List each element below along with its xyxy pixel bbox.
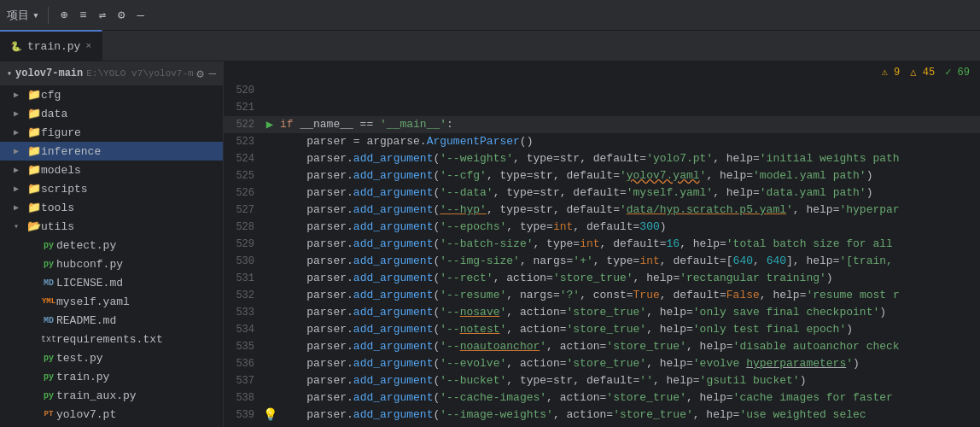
line-number: 533 <box>224 304 261 321</box>
chevron-down-icon: ▾ <box>7 68 12 79</box>
code-area[interactable]: 520 521 522 ▶ if __name__ == '__main__':… <box>224 82 980 427</box>
line-number: 526 <box>224 184 261 202</box>
sidebar-item-test-py[interactable]: py test.py <box>0 348 223 367</box>
sidebar-item-readme-md[interactable]: MD README.md <box>0 311 223 330</box>
sidebar-item-license-md[interactable]: MD LICENSE.md <box>0 273 223 292</box>
code-line-530: 530 parser.add_argument('--img-size', na… <box>224 253 980 270</box>
gear-icon[interactable]: ⚙ <box>196 67 203 81</box>
sidebar-item-data[interactable]: ▶ 📁 data <box>0 104 223 123</box>
sidebar-item-label: cfg <box>41 89 223 102</box>
yaml-file-icon: YML <box>41 297 56 306</box>
arrow-icon: ▶ <box>14 127 27 137</box>
sync-icon[interactable]: ⇌ <box>96 6 109 24</box>
sidebar-item-label: utils <box>41 220 223 233</box>
sidebar-item-tools[interactable]: ▶ 📁 tools <box>0 198 223 217</box>
sidebar-item-yolov7-yaml[interactable]: YML yolov7.yaml <box>0 424 223 427</box>
pt-file-icon: PT <box>41 410 56 418</box>
ok-status: ✓ 69 <box>945 66 970 79</box>
line-gutter <box>261 355 278 372</box>
line-number: 530 <box>224 253 261 270</box>
line-number: 538 <box>224 389 261 407</box>
sidebar-header-icons: ⚙ — <box>196 67 216 81</box>
warn-gutter: 💡 <box>261 407 278 424</box>
sidebar-item-label: detect.py <box>56 239 223 252</box>
sidebar-item-myself-yaml[interactable]: YML myself.yaml <box>0 292 223 311</box>
minimize-icon[interactable]: — <box>134 7 148 24</box>
line-number: 535 <box>224 338 261 355</box>
sidebar-item-utils[interactable]: ▾ 📂 utils <box>0 217 223 236</box>
line-content: parser.add_argument('--data', type=str, … <box>278 184 980 202</box>
sidebar-item-label: data <box>41 108 223 120</box>
line-number: 524 <box>224 150 261 167</box>
py-file-icon: py <box>41 241 56 250</box>
minus-icon[interactable]: — <box>209 67 216 80</box>
sidebar-item-scripts[interactable]: ▶ 📁 scripts <box>0 179 223 198</box>
line-gutter <box>261 150 278 167</box>
line-content: if __name__ == '__main__': <box>278 116 980 133</box>
sidebar-item-cfg[interactable]: ▶ 📁 cfg <box>0 85 223 104</box>
sidebar-item-label: figure <box>41 126 223 139</box>
line-number: 537 <box>224 372 261 389</box>
tab-close-button[interactable]: × <box>85 41 91 51</box>
sidebar-item-label: myself.yaml <box>56 295 223 308</box>
line-gutter <box>261 270 278 287</box>
sidebar-item-figure[interactable]: ▶ 📁 figure <box>0 123 223 142</box>
alert-status: △ 45 <box>910 66 935 79</box>
line-gutter <box>261 304 278 321</box>
sidebar-item-train-py[interactable]: py train.py <box>0 367 223 386</box>
line-gutter <box>261 133 278 150</box>
sidebar-item-inference[interactable]: ▶ 📁 inference <box>0 142 223 161</box>
folder-open-icon: 📂 <box>27 219 41 233</box>
code-line-533: 533 parser.add_argument('--nosave', acti… <box>224 304 980 321</box>
sidebar-item-models[interactable]: ▶ 📁 models <box>0 161 223 179</box>
code-line-520: 520 <box>224 82 980 99</box>
code-line-521: 521 <box>224 99 980 116</box>
code-line-531: 531 parser.add_argument('--rect', action… <box>224 270 980 287</box>
add-icon[interactable]: ⊕ <box>57 6 71 24</box>
line-number: 523 <box>224 133 261 150</box>
code-line-529: 529 parser.add_argument('--batch-size', … <box>224 236 980 253</box>
line-number: 520 <box>224 82 261 99</box>
arrow-icon: ▶ <box>14 90 27 100</box>
py-file-icon: py <box>41 260 56 269</box>
list-icon[interactable]: ≡ <box>76 7 90 24</box>
line-content: parser.add_argument('--notest', action='… <box>278 321 980 338</box>
line-gutter <box>261 99 278 116</box>
sidebar-item-label: requirements.txt <box>56 333 223 346</box>
sidebar-header: ▾ yolov7-main E:\YOLO v7\yolov7-m ⚙ — <box>0 61 223 85</box>
sidebar-item-label: README.md <box>56 314 223 327</box>
line-content: parser.add_argument('--cfg', type=str, d… <box>278 167 980 184</box>
arrow-icon: ▶ <box>14 146 27 156</box>
line-gutter <box>261 202 278 219</box>
project-menu[interactable]: 项目 ▾ <box>7 8 39 23</box>
tab-bar: 🐍 train.py × <box>0 31 980 61</box>
warning-dot-icon: 💡 <box>263 407 277 424</box>
code-line-527: 527 parser.add_argument('--hyp', type=st… <box>224 202 980 219</box>
line-content: parser.add_argument('--image-weights', a… <box>278 407 980 424</box>
sidebar-item-label: train.py <box>56 371 223 383</box>
line-gutter <box>261 184 278 202</box>
sidebar-item-hubconf-py[interactable]: py hubconf.py <box>0 254 223 273</box>
line-content: parser.add_argument('--cache-images', ac… <box>278 389 980 407</box>
tab-train-py[interactable]: 🐍 train.py × <box>0 30 102 61</box>
editor-status-bar: ⚠ 9 △ 45 ✓ 69 <box>224 61 980 82</box>
sidebar-root-path: E:\YOLO v7\yolov7-m <box>86 68 193 79</box>
code-line-523: 523 parser = argparse.ArgumentParser() <box>224 133 980 150</box>
sidebar-item-label: test.py <box>56 352 223 365</box>
sidebar-item-label: yolov7.pt <box>56 408 223 421</box>
md-file-icon: MD <box>41 278 56 288</box>
sidebar-item-label: LICENSE.md <box>56 277 223 290</box>
check-count: 69 <box>958 67 970 79</box>
settings-icon[interactable]: ⚙ <box>114 6 128 24</box>
line-gutter <box>261 372 278 389</box>
sidebar-item-train-aux-py[interactable]: py train_aux.py <box>0 386 223 405</box>
sidebar-item-detect-py[interactable]: py detect.py <box>0 236 223 254</box>
line-content: parser.add_argument('--nosave', action='… <box>278 304 980 321</box>
line-number: 528 <box>224 219 261 236</box>
sidebar-item-requirements-txt[interactable]: txt requirements.txt <box>0 330 223 348</box>
sidebar-item-yolov7-pt[interactable]: PT yolov7.pt <box>0 405 223 424</box>
line-number: 536 <box>224 355 261 372</box>
chevron-down-icon: ▾ <box>32 9 39 22</box>
line-gutter <box>261 167 278 184</box>
sidebar: ▾ yolov7-main E:\YOLO v7\yolov7-m ⚙ — ▶ … <box>0 61 224 427</box>
